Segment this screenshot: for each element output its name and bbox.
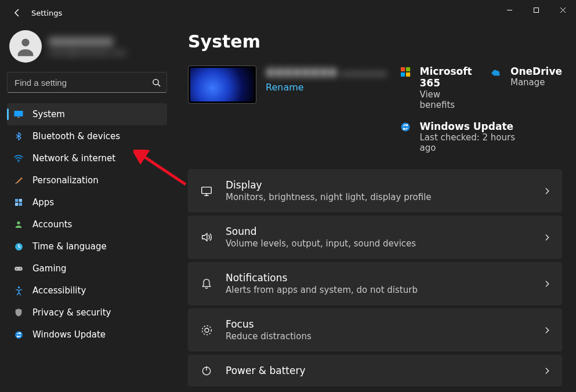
sidebar-item-label: Personalization <box>32 175 99 186</box>
sidebar-item-apps[interactable]: Apps <box>7 191 167 213</box>
svg-rect-17 <box>400 67 404 71</box>
svg-rect-0 <box>534 8 538 12</box>
maximize-button[interactable] <box>523 0 549 20</box>
card-sound[interactable]: Sound Volume levels, output, input, soun… <box>188 216 562 259</box>
device-block: XXXXXXXX XXXXXXXXX Rename <box>188 66 387 153</box>
user-block[interactable]: XXXXXXXXX xxxxx@xxxxxxxx.com <box>7 26 167 70</box>
svg-point-16 <box>15 331 23 339</box>
svg-point-13 <box>16 268 17 269</box>
sidebar-item-label: Windows Update <box>32 329 106 340</box>
device-name: XXXXXXXX <box>266 66 337 79</box>
minimize-button[interactable] <box>496 0 523 20</box>
status-sub: Manage <box>510 77 562 88</box>
nav-list: System Bluetooth & devices Network & int… <box>7 103 167 346</box>
sidebar-item-system[interactable]: System <box>7 103 167 125</box>
chevron-right-icon <box>542 234 551 241</box>
svg-rect-4 <box>17 117 20 118</box>
card-sub: Volume levels, output, input, sound devi… <box>226 238 530 249</box>
card-focus[interactable]: Focus Reduce distractions <box>188 308 562 351</box>
apps-icon <box>13 197 24 208</box>
svg-rect-8 <box>15 203 18 206</box>
sidebar-item-accessibility[interactable]: Accessibility <box>7 280 167 302</box>
sidebar-item-label: Accessibility <box>32 285 86 296</box>
sidebar-item-personalization[interactable]: Personalization <box>7 169 167 191</box>
brush-icon <box>13 175 24 186</box>
person-icon <box>13 219 24 230</box>
sidebar-item-label: Accounts <box>32 219 72 230</box>
svg-point-14 <box>20 268 21 269</box>
close-button[interactable] <box>549 0 576 20</box>
sidebar-item-label: Network & internet <box>32 153 115 164</box>
gamepad-icon <box>13 263 24 274</box>
sidebar-item-accounts[interactable]: Accounts <box>7 213 167 235</box>
sidebar-item-gaming[interactable]: Gaming <box>7 257 167 280</box>
sidebar-item-label: Privacy & security <box>32 307 111 318</box>
user-info: XXXXXXXXX xxxxx@xxxxxxxx.com <box>49 37 165 57</box>
svg-rect-12 <box>15 267 23 271</box>
bluetooth-icon <box>13 130 24 142</box>
window-controls <box>496 0 576 20</box>
window-title: Settings <box>31 9 62 17</box>
sidebar-item-bluetooth[interactable]: Bluetooth & devices <box>7 125 167 147</box>
svg-rect-22 <box>202 187 212 194</box>
shield-icon <box>13 307 24 318</box>
card-sub: Alerts from apps and system, do not dist… <box>226 285 530 295</box>
rename-link[interactable]: Rename <box>266 82 387 93</box>
sidebar-item-time[interactable]: Time & language <box>7 235 167 257</box>
search-input[interactable] <box>13 77 151 88</box>
sidebar-item-label: Gaming <box>32 263 67 274</box>
svg-rect-3 <box>15 111 23 117</box>
svg-rect-9 <box>19 203 22 206</box>
wifi-icon <box>13 153 24 164</box>
windows-update-link[interactable]: Windows Update Last checked: 2 hours ago <box>399 121 562 153</box>
device-model: XXXXXXXXX <box>340 70 387 78</box>
svg-rect-19 <box>400 72 404 77</box>
status-title: Microsoft 365 <box>420 66 472 89</box>
user-email: xxxxx@xxxxxxxx.com <box>49 49 165 57</box>
sidebar-item-network[interactable]: Network & internet <box>7 147 167 169</box>
sidebar-item-label: Apps <box>32 197 54 208</box>
card-notifications[interactable]: Notifications Alerts from apps and syste… <box>188 262 562 305</box>
onedrive-link[interactable]: OneDrive Manage <box>490 66 562 110</box>
card-power[interactable]: Power & battery <box>188 355 562 386</box>
chevron-right-icon <box>542 280 551 288</box>
wallpaper-preview <box>190 68 254 101</box>
chevron-right-icon <box>542 187 551 195</box>
card-display[interactable]: Display Monitors, brightness, night ligh… <box>188 169 562 212</box>
avatar <box>9 30 42 63</box>
chevron-right-icon <box>542 326 551 334</box>
status-title: OneDrive <box>510 66 562 77</box>
card-sub: Reduce distractions <box>226 331 530 342</box>
main-content: System XXXXXXXX XXXXXXXXX Rename <box>174 26 576 392</box>
clock-icon <box>13 241 24 252</box>
svg-point-23 <box>202 325 211 335</box>
svg-rect-7 <box>19 199 22 202</box>
device-thumbnail[interactable] <box>188 66 256 104</box>
sidebar-item-update[interactable]: Windows Update <box>7 324 167 346</box>
microsoft-365-link[interactable]: Microsoft 365 View benefits <box>399 66 472 110</box>
card-title: Power & battery <box>226 365 530 376</box>
accessibility-icon <box>13 285 24 296</box>
card-title: Notifications <box>226 272 530 284</box>
status-column: Microsoft 365 View benefits OneDrive Man… <box>399 66 562 153</box>
svg-point-10 <box>17 222 20 224</box>
user-name: XXXXXXXXX <box>49 37 165 48</box>
svg-rect-6 <box>15 199 18 202</box>
sidebar-item-label: System <box>32 109 65 119</box>
card-sub: Monitors, brightness, night light, displ… <box>226 192 530 202</box>
sidebar-item-privacy[interactable]: Privacy & security <box>7 302 167 324</box>
card-title: Sound <box>226 226 530 237</box>
power-icon <box>199 365 214 376</box>
page-title: System <box>188 31 562 52</box>
card-title: Display <box>226 179 530 191</box>
update-icon <box>399 121 412 133</box>
onedrive-icon <box>490 66 502 78</box>
sidebar: XXXXXXXXX xxxxx@xxxxxxxx.com System Bl <box>0 26 174 392</box>
search-box[interactable] <box>7 72 167 93</box>
chevron-right-icon <box>542 367 551 375</box>
sound-icon <box>199 231 214 244</box>
svg-rect-20 <box>405 72 410 77</box>
bell-icon <box>199 278 214 289</box>
system-summary-row: XXXXXXXX XXXXXXXXX Rename Microsoft 365 … <box>188 66 562 153</box>
back-button[interactable] <box>8 3 27 22</box>
